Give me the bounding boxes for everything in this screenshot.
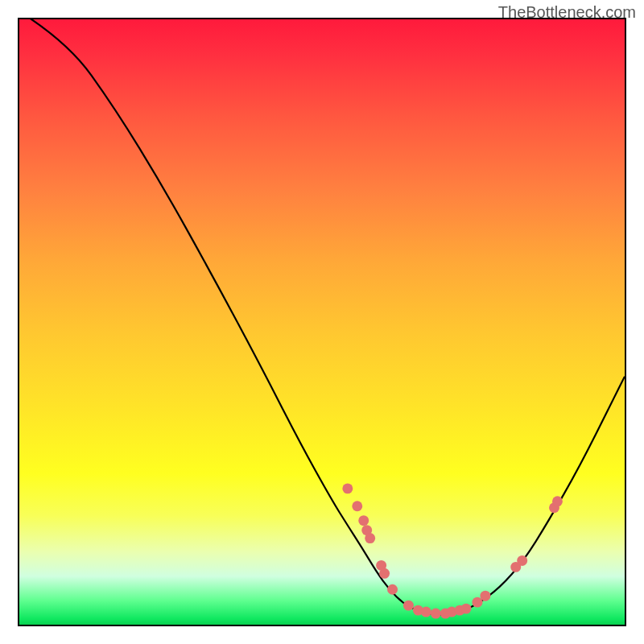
data-marker: [517, 555, 527, 566]
data-marker: [461, 604, 472, 614]
data-marker: [387, 584, 398, 595]
data-marker: [379, 568, 390, 579]
data-marker: [480, 591, 490, 601]
data-marker: [421, 607, 431, 617]
watermark-text: TheBottleneck.com: [498, 3, 636, 22]
bottleneck-curve: [19, 19, 625, 614]
chart-plot-area: [18, 18, 626, 626]
data-marker: [358, 515, 369, 526]
data-marker: [365, 533, 375, 543]
data-marker: [431, 609, 441, 619]
data-marker: [552, 496, 563, 506]
data-marker: [352, 501, 362, 511]
data-marker: [403, 601, 414, 611]
data-marker: [342, 483, 353, 493]
chart-svg: [19, 19, 625, 625]
